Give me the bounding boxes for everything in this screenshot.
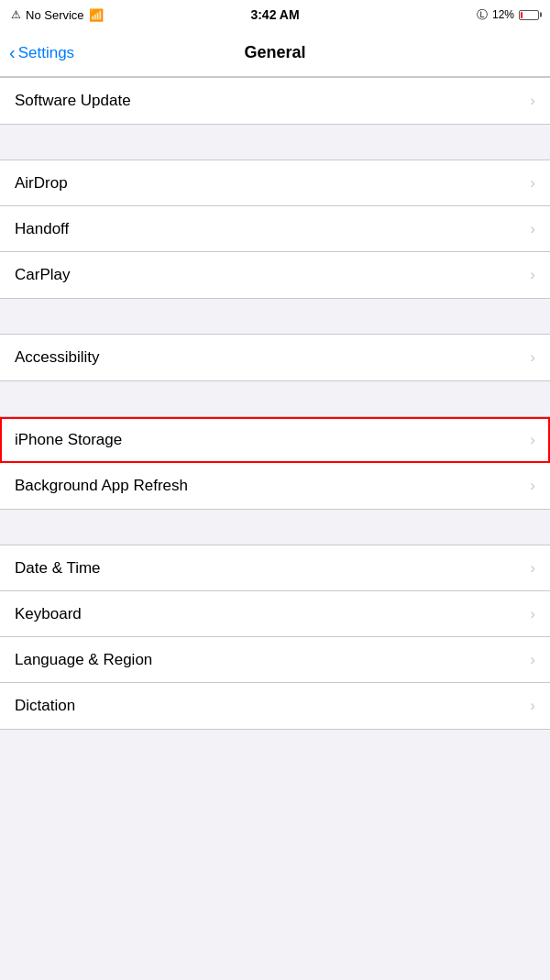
language-region-label: Language & Region xyxy=(15,651,152,669)
menu-item-carplay[interactable]: CarPlay › xyxy=(0,252,550,298)
chevron-icon: › xyxy=(530,92,535,110)
menu-item-keyboard[interactable]: Keyboard › xyxy=(0,591,550,637)
chevron-icon: › xyxy=(530,697,535,715)
battery-shell xyxy=(519,10,539,20)
section-storage: iPhone Storage › Background App Refresh … xyxy=(0,416,550,510)
menu-list-software: Software Update › xyxy=(0,77,550,125)
location-icon: Ⓛ xyxy=(477,7,488,23)
menu-item-dictation[interactable]: Dictation › xyxy=(0,683,550,729)
chevron-icon: › xyxy=(530,477,535,495)
nav-bar: ‹ Settings General xyxy=(0,29,550,77)
back-chevron-icon: ‹ xyxy=(9,43,16,61)
dictation-label: Dictation xyxy=(15,697,75,715)
section-divider-2 xyxy=(0,299,550,334)
wifi-icon: 📶 xyxy=(89,8,104,22)
chevron-icon: › xyxy=(530,348,535,367)
menu-item-iphone-storage[interactable]: iPhone Storage › xyxy=(0,417,550,463)
status-time: 3:42 AM xyxy=(250,7,299,22)
chevron-icon: › xyxy=(530,605,535,623)
handoff-label: Handoff xyxy=(15,220,69,238)
airdrop-label: AirDrop xyxy=(15,174,68,193)
chevron-icon: › xyxy=(530,651,535,669)
date-time-label: Date & Time xyxy=(15,559,101,578)
battery-percent: 12% xyxy=(492,8,514,21)
battery-fill xyxy=(521,12,522,18)
section-datetime: Date & Time › Keyboard › Language & Regi… xyxy=(0,545,550,730)
section-divider-3 xyxy=(0,381,550,416)
signal-label: No Service xyxy=(26,8,84,22)
status-left: ⚠ No Service 📶 xyxy=(11,8,104,22)
section-divider-1 xyxy=(0,125,550,160)
back-button[interactable]: ‹ Settings xyxy=(9,44,74,62)
chevron-icon: › xyxy=(530,431,535,449)
iphone-storage-label: iPhone Storage xyxy=(15,431,122,449)
menu-list-accessibility: Accessibility › xyxy=(0,334,550,381)
accessibility-label: Accessibility xyxy=(15,348,100,367)
menu-list-connectivity: AirDrop › Handoff › CarPlay › xyxy=(0,160,550,299)
menu-list-datetime: Date & Time › Keyboard › Language & Regi… xyxy=(0,545,550,730)
battery-indicator xyxy=(519,10,539,20)
section-accessibility: Accessibility › xyxy=(0,334,550,381)
keyboard-label: Keyboard xyxy=(15,605,82,623)
section-connectivity: AirDrop › Handoff › CarPlay › xyxy=(0,160,550,299)
menu-item-accessibility[interactable]: Accessibility › xyxy=(0,335,550,380)
menu-item-handoff[interactable]: Handoff › xyxy=(0,206,550,252)
menu-item-language-region[interactable]: Language & Region › xyxy=(0,637,550,683)
menu-item-date-time[interactable]: Date & Time › xyxy=(0,545,550,591)
chevron-icon: › xyxy=(530,559,535,578)
menu-item-background-refresh[interactable]: Background App Refresh › xyxy=(0,463,550,509)
background-refresh-label: Background App Refresh xyxy=(15,477,188,495)
carplay-label: CarPlay xyxy=(15,266,70,284)
status-right: Ⓛ 12% xyxy=(477,7,539,23)
chevron-icon: › xyxy=(530,174,535,193)
chevron-icon: › xyxy=(530,220,535,238)
status-bar: ⚠ No Service 📶 3:42 AM Ⓛ 12% xyxy=(0,0,550,29)
alert-icon: ⚠ xyxy=(11,8,21,21)
menu-item-airdrop[interactable]: AirDrop › xyxy=(0,160,550,206)
menu-item-software-update[interactable]: Software Update › xyxy=(0,78,550,124)
section-software: Software Update › xyxy=(0,77,550,125)
back-label: Settings xyxy=(18,44,74,62)
menu-list-storage: iPhone Storage › Background App Refresh … xyxy=(0,416,550,510)
software-update-label: Software Update xyxy=(15,92,131,110)
page-title: General xyxy=(244,43,305,62)
chevron-icon: › xyxy=(530,266,535,284)
section-divider-4 xyxy=(0,510,550,545)
